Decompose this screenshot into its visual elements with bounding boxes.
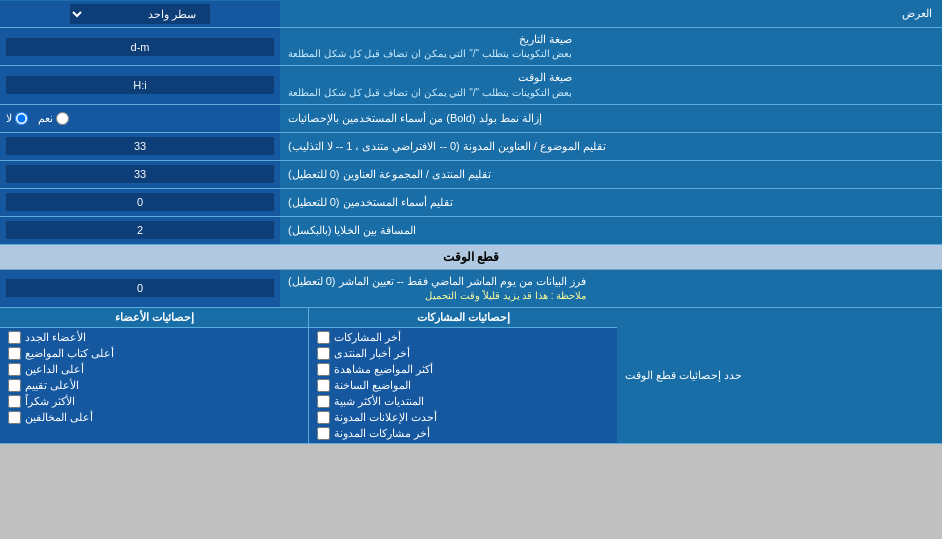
- forum-group-padding-row: تقليم المنتدى / المجموعة العناوين (0 للت…: [0, 161, 942, 189]
- col1-checkboxes: أخر المشاركات أخر أخبار المنتدى أكثر الم…: [309, 328, 617, 443]
- radio-yes-label: نعم: [38, 112, 69, 125]
- stats-limit-label: حدد إحصائيات قطع الوقت: [617, 308, 942, 443]
- forum-group-padding-label: تقليم المنتدى / المجموعة العناوين (0 للت…: [280, 161, 942, 188]
- topic-title-padding-label: تقليم الموضوع / العناوين المدونة (0 -- ا…: [280, 133, 942, 160]
- display-select[interactable]: سطر واحد سطرين ثلاثة أسطر: [70, 4, 210, 24]
- stat-posts-6: أحدث الإعلانات المدونة: [317, 411, 609, 424]
- checkbox-members-3[interactable]: [8, 363, 21, 376]
- stat-posts-7: أخر مشاركات المدونة: [317, 427, 609, 440]
- checkbox-posts-7[interactable]: [317, 427, 330, 440]
- date-format-label: صيغة التاريخ بعض التكوينات يتطلب "/" الت…: [280, 28, 942, 65]
- cutoff-input[interactable]: [6, 279, 274, 297]
- stat-posts-1: أخر المشاركات: [317, 331, 609, 344]
- usernames-padding-label: تقليم أسماء المستخدمين (0 للتعطيل): [280, 189, 942, 216]
- date-format-row: صيغة التاريخ بعض التكوينات يتطلب "/" الت…: [0, 28, 942, 66]
- bold-remove-input-container: نعم لا: [0, 105, 280, 132]
- stat-posts-3: أكثر المواضيع مشاهدة: [317, 363, 609, 376]
- usernames-padding-row: تقليم أسماء المستخدمين (0 للتعطيل): [0, 189, 942, 217]
- checkbox-posts-3[interactable]: [317, 363, 330, 376]
- col1-header: إحصائيات المشاركات: [309, 308, 617, 328]
- top-select-container: سطر واحد سطرين ثلاثة أسطر: [0, 1, 280, 27]
- cell-spacing-label: المسافة بين الخلايا (بالبكسل): [280, 217, 942, 244]
- checkbox-members-6[interactable]: [8, 411, 21, 424]
- forum-group-padding-input-container: [0, 161, 280, 188]
- stat-posts-4: المواضيع الساخنة: [317, 379, 609, 392]
- checkbox-members-2[interactable]: [8, 347, 21, 360]
- cutoff-row: فرز البيانات من يوم الماشر الماضي فقط --…: [0, 270, 942, 308]
- bold-remove-label: إزالة نمط بولد (Bold) من أسماء المستخدمي…: [280, 105, 942, 132]
- time-format-label: صيغة الوقت بعض التكوينات يتطلب "/" التي …: [280, 66, 942, 103]
- checkbox-members-4[interactable]: [8, 379, 21, 392]
- stat-members-6: أعلى المخالفين: [8, 411, 300, 424]
- stat-members-1: الأعضاء الجدد: [8, 331, 300, 344]
- bold-remove-row: إزالة نمط بولد (Bold) من أسماء المستخدمي…: [0, 105, 942, 133]
- stat-posts-2: أخر أخبار المنتدى: [317, 347, 609, 360]
- col2-checkboxes: الأعضاء الجدد أعلى كتاب المواضيع أعلى ال…: [0, 328, 308, 427]
- stat-members-4: الأعلى تقييم: [8, 379, 300, 392]
- topic-title-padding-input[interactable]: [6, 137, 274, 155]
- date-format-input-container: [0, 28, 280, 65]
- checkbox-posts-2[interactable]: [317, 347, 330, 360]
- cutoff-input-container: [0, 270, 280, 307]
- time-format-input[interactable]: [6, 76, 274, 94]
- cell-spacing-input-container: [0, 217, 280, 244]
- main-container: العرض سطر واحد سطرين ثلاثة أسطر صيغة الت…: [0, 0, 942, 444]
- usernames-padding-input-container: [0, 189, 280, 216]
- col2-header: إحصائيات الأعضاء: [0, 308, 308, 328]
- top-label: العرض: [280, 3, 942, 24]
- checkbox-posts-1[interactable]: [317, 331, 330, 344]
- checkbox-posts-5[interactable]: [317, 395, 330, 408]
- topic-title-padding-row: تقليم الموضوع / العناوين المدونة (0 -- ا…: [0, 133, 942, 161]
- checkbox-members-1[interactable]: [8, 331, 21, 344]
- stat-posts-5: المنتديات الأكثر شبية: [317, 395, 609, 408]
- section-header-cutoff: قطع الوقت: [0, 245, 942, 270]
- top-row: العرض سطر واحد سطرين ثلاثة أسطر: [0, 0, 942, 28]
- bold-remove-yes-radio[interactable]: [56, 112, 69, 125]
- date-format-input[interactable]: [6, 38, 274, 56]
- topic-title-padding-input-container: [0, 133, 280, 160]
- time-format-input-container: [0, 66, 280, 103]
- stat-members-2: أعلى كتاب المواضيع: [8, 347, 300, 360]
- stats-limit-row: حدد إحصائيات قطع الوقت إحصائيات المشاركا…: [0, 308, 942, 444]
- cutoff-label: فرز البيانات من يوم الماشر الماضي فقط --…: [280, 270, 942, 307]
- cell-spacing-row: المسافة بين الخلايا (بالبكسل): [0, 217, 942, 245]
- cell-spacing-input[interactable]: [6, 221, 274, 239]
- checkbox-members-5[interactable]: [8, 395, 21, 408]
- bold-remove-no-radio[interactable]: [15, 112, 28, 125]
- stat-members-5: الأكثر شكراً: [8, 395, 300, 408]
- usernames-padding-input[interactable]: [6, 193, 274, 211]
- checkbox-posts-4[interactable]: [317, 379, 330, 392]
- forum-group-padding-input[interactable]: [6, 165, 274, 183]
- radio-no-label: لا: [6, 112, 28, 125]
- checkbox-posts-6[interactable]: [317, 411, 330, 424]
- time-format-row: صيغة الوقت بعض التكوينات يتطلب "/" التي …: [0, 66, 942, 104]
- stat-members-3: أعلى الداعين: [8, 363, 300, 376]
